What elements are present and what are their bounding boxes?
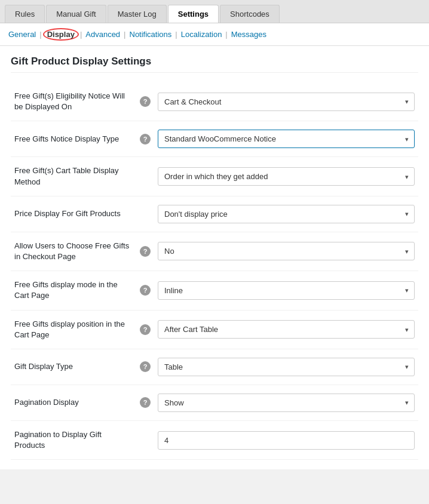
page-content: Gift Product Display Settings Free Gift(… — [0, 46, 429, 469]
help-icon-cart-display-position[interactable]: ? — [140, 324, 151, 335]
subnav-item-messages[interactable]: Messages — [229, 30, 269, 39]
select-wrapper-cart-display-position: After Cart TableBefore Cart TableAfter C… — [158, 320, 415, 339]
setting-row-pagination-display: Pagination Display?ShowHide▾ — [11, 385, 418, 420]
select-wrapper-eligibility-notice: Cart & CheckoutCart OnlyCheckout OnlyNon… — [158, 93, 415, 111]
sub-nav-separator: | — [124, 30, 125, 39]
tabs-bar: RulesManual GiftMaster LogSettingsShortc… — [0, 0, 429, 23]
input-pagination-count[interactable] — [158, 431, 415, 450]
select-wrapper-pagination-display: ShowHide▾ — [158, 394, 415, 412]
settings-table: Free Gift(s) Eligibility Notice Will be … — [11, 82, 418, 460]
help-icon-eligibility-notice[interactable]: ? — [140, 96, 151, 107]
select-wrapper-gift-display-type: TableGridList▾ — [158, 358, 415, 376]
select-wrapper-cart-display-mode: InlinePopupSidebar▾ — [158, 281, 415, 300]
setting-label-pagination-display: Pagination Display — [11, 385, 136, 420]
select-notice-display-type[interactable]: Standard WooCommerce NoticeCustom Notice… — [158, 130, 415, 148]
setting-label-eligibility-notice: Free Gift(s) Eligibility Notice Will be … — [11, 82, 136, 121]
select-wrapper-checkout-choose: NoYes▾ — [158, 242, 415, 260]
setting-row-gift-display-type: Gift Display Type?TableGridList▾ — [11, 349, 418, 385]
sub-nav-separator: | — [39, 30, 41, 39]
setting-label-checkout-choose: Allow Users to Choose Free Gifts in Chec… — [11, 232, 136, 271]
sub-nav-separator: | — [175, 30, 177, 39]
subnav-item-localization[interactable]: Localization — [179, 30, 225, 39]
setting-row-pagination-count: Pagination to Display Gift Products — [11, 420, 418, 459]
select-pagination-display[interactable]: ShowHide — [158, 394, 415, 412]
select-gift-display-type[interactable]: TableGridList — [158, 358, 415, 376]
sub-nav-separator: | — [80, 30, 82, 39]
setting-row-checkout-choose: Allow Users to Choose Free Gifts in Chec… — [11, 232, 418, 271]
select-wrapper-cart-table-display: Order in which they get addedAlphabetica… — [158, 167, 415, 186]
help-icon-gift-display-type[interactable]: ? — [140, 361, 151, 372]
select-cart-display-mode[interactable]: InlinePopupSidebar — [158, 281, 415, 300]
setting-label-cart-display-position: Free Gifts display position in the Cart … — [11, 310, 136, 349]
help-icon-cart-display-mode[interactable]: ? — [140, 285, 151, 296]
setting-row-eligibility-notice: Free Gift(s) Eligibility Notice Will be … — [11, 82, 418, 121]
subnav-item-display[interactable]: Display — [43, 28, 79, 41]
page-title: Gift Product Display Settings — [11, 56, 418, 73]
help-icon-pagination-display[interactable]: ? — [140, 397, 151, 408]
subnav-item-general[interactable]: General — [6, 30, 38, 39]
select-wrapper-notice-display-type: Standard WooCommerce NoticeCustom Notice… — [158, 130, 415, 148]
setting-row-price-display: Price Display For Gift ProductsDon't dis… — [11, 196, 418, 232]
setting-label-cart-display-mode: Free Gifts display mode in the Cart Page — [11, 271, 136, 310]
setting-row-notice-display-type: Free Gifts Notice Display Type?Standard … — [11, 121, 418, 157]
select-eligibility-notice[interactable]: Cart & CheckoutCart OnlyCheckout OnlyNon… — [158, 93, 415, 111]
tab-rules[interactable]: Rules — [5, 5, 45, 23]
setting-row-cart-table-display: Free Gift(s) Cart Table Display MethodOr… — [11, 157, 418, 196]
subnav-item-advanced[interactable]: Advanced — [83, 30, 122, 39]
tab-master-log[interactable]: Master Log — [108, 5, 167, 23]
select-price-display[interactable]: Don't display priceDisplay original pric… — [158, 205, 415, 223]
help-icon-checkout-choose[interactable]: ? — [140, 246, 151, 257]
setting-label-notice-display-type: Free Gifts Notice Display Type — [11, 121, 136, 157]
setting-label-pagination-count: Pagination to Display Gift Products — [11, 420, 136, 459]
select-wrapper-price-display: Don't display priceDisplay original pric… — [158, 205, 415, 223]
sub-nav: General|Display|Advanced|Notifications|L… — [0, 23, 429, 46]
select-cart-table-display[interactable]: Order in which they get addedAlphabetica… — [158, 167, 415, 186]
tab-settings[interactable]: Settings — [168, 5, 219, 23]
setting-label-gift-display-type: Gift Display Type — [11, 349, 136, 385]
select-cart-display-position[interactable]: After Cart TableBefore Cart TableAfter C… — [158, 320, 415, 339]
setting-row-cart-display-position: Free Gifts display position in the Cart … — [11, 310, 418, 349]
subnav-item-notifications[interactable]: Notifications — [127, 30, 174, 39]
help-icon-notice-display-type[interactable]: ? — [140, 134, 151, 145]
setting-label-cart-table-display: Free Gift(s) Cart Table Display Method — [11, 157, 136, 196]
setting-row-cart-display-mode: Free Gifts display mode in the Cart Page… — [11, 271, 418, 310]
setting-label-price-display: Price Display For Gift Products — [11, 196, 136, 232]
select-checkout-choose[interactable]: NoYes — [158, 242, 415, 260]
sub-nav-separator: | — [225, 30, 227, 39]
tab-manual-gift[interactable]: Manual Gift — [46, 5, 106, 23]
tab-shortcodes[interactable]: Shortcodes — [220, 5, 280, 23]
